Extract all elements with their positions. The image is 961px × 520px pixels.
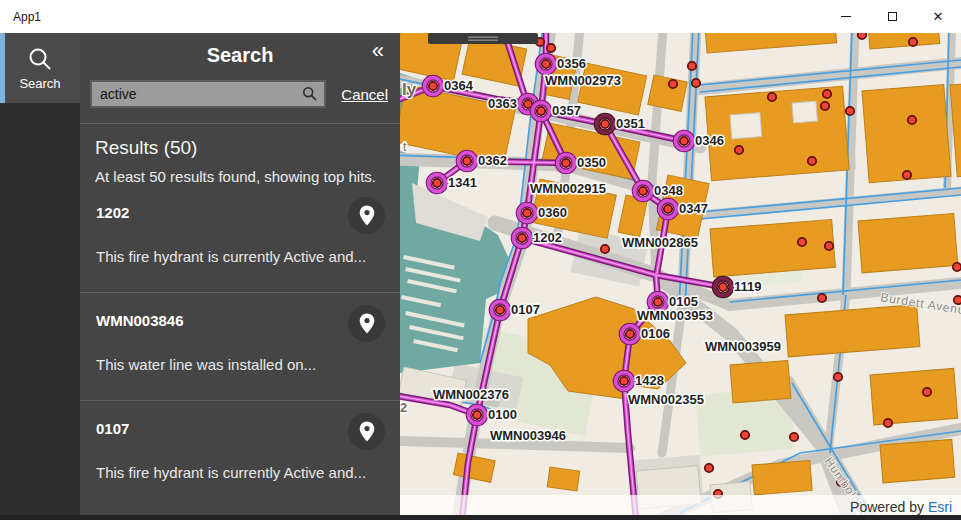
result-item[interactable]: 1202 This fire hydrant is currently Acti… (80, 185, 400, 292)
result-item[interactable]: WMN003846 This water line was installed … (80, 292, 400, 400)
hydrant-dot[interactable] (846, 107, 854, 115)
map-feature-label: 0107 (511, 302, 540, 317)
map-feature-label: 1119 (734, 279, 762, 294)
cancel-link[interactable]: Cancel (341, 86, 388, 103)
map-result-point[interactable] (620, 324, 641, 345)
map-feature-label: 0357 (552, 103, 581, 118)
map-result-point[interactable] (512, 228, 533, 249)
hydrant-dot[interactable] (669, 80, 677, 88)
map-view[interactable]: Burdett AvenueHumboldt Stlyt203640356036… (400, 33, 961, 520)
sidebar-item-search[interactable]: Search (0, 33, 80, 103)
close-button[interactable]: ✕ (915, 0, 961, 33)
attribution-text: Powered by Esri (850, 499, 952, 515)
hydrant-dot[interactable] (884, 419, 892, 427)
map-feature-label: 0346 (695, 133, 724, 148)
map-feature-label: 0363 (488, 96, 517, 111)
map-feature-label: WMN002355 (628, 392, 704, 407)
hydrant-dot[interactable] (808, 157, 816, 165)
map-feature-label: 0106 (641, 326, 670, 341)
hydrant-dot[interactable] (821, 102, 829, 110)
hydrant-dot[interactable] (790, 433, 798, 441)
map-result-point[interactable] (658, 199, 679, 220)
map-result-point[interactable] (633, 181, 654, 202)
zoom-to-result-button[interactable] (348, 413, 385, 450)
map-result-point[interactable] (595, 114, 616, 135)
results-count: Results (50) (95, 137, 385, 159)
result-title: 1202 (96, 204, 386, 221)
hydrant-dot[interactable] (735, 146, 743, 154)
minimize-button[interactable] (823, 0, 869, 33)
map-canvas[interactable]: Burdett AvenueHumboldt Stlyt203640356036… (400, 33, 961, 520)
map-result-point[interactable] (457, 151, 478, 172)
map-feature-label: 1428 (635, 373, 664, 388)
search-panel: Search « Cancel Results (50) At least 50… (80, 33, 400, 520)
map-feature-label: 1341 (448, 175, 477, 190)
map-feature-label: 0362 (478, 153, 507, 168)
result-description: This fire hydrant is currently Active an… (96, 248, 386, 265)
result-title: 0107 (96, 420, 386, 437)
hydrant-dot[interactable] (601, 245, 609, 253)
hydrant-dot[interactable] (909, 38, 917, 46)
sidebar: Search (0, 33, 80, 520)
map-widget-handle[interactable] (428, 33, 538, 44)
map-result-point[interactable] (517, 203, 538, 224)
map-result-point[interactable] (614, 371, 635, 392)
map-feature-label: WMN002376 (433, 387, 509, 402)
zoom-to-result-button[interactable] (348, 305, 385, 342)
hydrant-dot[interactable] (768, 93, 776, 101)
window-controls: ✕ (823, 0, 961, 33)
map-result-point[interactable] (536, 54, 557, 75)
map-result-point[interactable] (674, 131, 695, 152)
window-title: App1 (0, 10, 41, 24)
maximize-button[interactable] (869, 0, 915, 33)
hydrant-dot[interactable] (923, 388, 931, 396)
hydrant-dot[interactable] (908, 116, 916, 124)
titlebar: App1 ✕ (0, 0, 961, 33)
map-pin-icon (359, 421, 375, 442)
zoom-to-result-button[interactable] (348, 197, 385, 234)
search-input-icon (302, 86, 318, 102)
hydrant-dot[interactable] (741, 431, 749, 439)
map-result-point[interactable] (427, 173, 448, 194)
map-feature-label: 0348 (654, 183, 683, 198)
hydrant-dot[interactable] (798, 238, 806, 246)
map-result-point[interactable] (556, 153, 577, 174)
app-window: App1 ✕ Search Search « (0, 0, 961, 520)
hydrant-dot[interactable] (825, 242, 833, 250)
map-result-point[interactable] (713, 277, 734, 298)
map-result-point[interactable] (531, 101, 552, 122)
hydrant-dot[interactable] (547, 44, 555, 52)
map-feature-label: WMN003953 (637, 308, 713, 323)
result-description: This fire hydrant is currently Active an… (96, 464, 386, 481)
collapse-panel-button[interactable]: « (372, 40, 384, 62)
hydrant-dot[interactable] (823, 90, 831, 98)
search-input[interactable] (90, 80, 326, 108)
result-description: This water line was installed on... (96, 356, 386, 373)
map-feature-label: 0351 (616, 116, 645, 131)
hydrant-dot[interactable] (692, 79, 700, 87)
maximize-icon (888, 12, 897, 21)
hydrant-dot[interactable] (688, 62, 696, 70)
map-result-point[interactable] (423, 76, 444, 97)
map-feature-label: WMN002973 (545, 73, 621, 88)
panel-header: Search « (80, 33, 400, 67)
search-row: Cancel (90, 80, 388, 108)
hydrant-dot[interactable] (903, 171, 911, 179)
minimize-icon (841, 16, 851, 17)
result-item[interactable]: 0107 This fire hydrant is currently Acti… (80, 400, 400, 508)
hydrant-dot[interactable] (834, 373, 842, 381)
map-result-point[interactable] (467, 405, 488, 426)
map-result-point[interactable] (490, 300, 511, 321)
map-feature-label: 0347 (679, 201, 708, 216)
sidebar-item-label: Search (19, 76, 60, 91)
panel-title: Search (80, 44, 400, 67)
map-feature-label: 0100 (488, 407, 517, 422)
result-title: WMN003846 (96, 312, 386, 329)
hydrant-dot[interactable] (858, 33, 866, 39)
map-label-fragment: ly (402, 80, 417, 99)
hydrant-dot[interactable] (953, 263, 961, 271)
map-feature-label: WMN003959 (705, 339, 781, 354)
hydrant-dot[interactable] (818, 294, 826, 302)
map-feature-label: 0360 (538, 205, 567, 220)
hydrant-dot[interactable] (705, 464, 713, 472)
